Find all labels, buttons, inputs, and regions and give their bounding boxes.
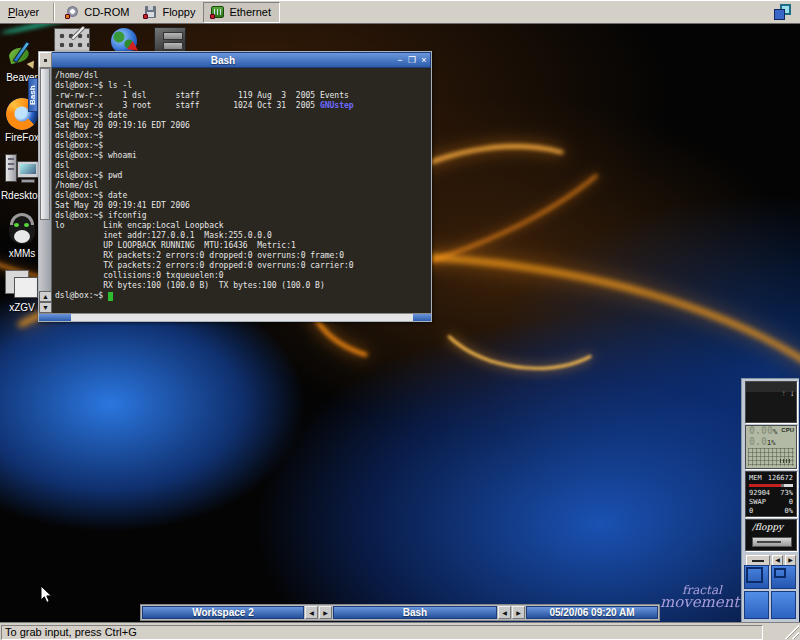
- mem-usage-bar: [749, 484, 793, 487]
- pager-window-outline: [774, 568, 786, 578]
- download-arrow-icon: ↓: [790, 389, 794, 398]
- cdrom-button-label: CD-ROM: [84, 6, 129, 18]
- scroll-up-button[interactable]: ▲: [39, 291, 52, 302]
- beaver-pen-icon: [7, 40, 37, 70]
- terminal-bottom-border[interactable]: [39, 313, 431, 321]
- swap-used: 0: [749, 507, 753, 516]
- cpu-graph-grid: [748, 448, 794, 466]
- xzgv-photo-icon: [5, 268, 39, 300]
- swap-total: 0: [789, 498, 793, 507]
- window-menu-button[interactable]: [39, 52, 52, 68]
- pager-workspace-2[interactable]: [771, 565, 796, 589]
- cpu-label: CPU: [781, 427, 794, 433]
- ethernet-button[interactable]: Ethernet: [203, 2, 280, 23]
- maximize-button[interactable]: ❐: [406, 53, 418, 67]
- status-message: To grab input, press Ctrl+G: [1, 625, 763, 640]
- memory-monitor-dockapp: MEM126672 9290473% SWAP0 00%: [745, 471, 797, 517]
- window-title: Bash: [52, 55, 394, 66]
- scrollbar-thumb[interactable]: [40, 68, 50, 220]
- mem-used: 92904: [749, 489, 770, 498]
- workspace-indicator[interactable]: Workspace 2: [142, 606, 304, 619]
- rdesktop-icon: [3, 154, 41, 188]
- resize-grip-right[interactable]: [413, 314, 431, 321]
- xmms-penguin-icon: [7, 214, 37, 246]
- vmware-statusbar: To grab input, press Ctrl+G: [0, 622, 800, 640]
- terminal-window: Bash − ❐ × ▲ ▼ /home/dsldsl@box:~$ ls -l…: [38, 51, 432, 322]
- wallpaper-signature: fractal movement: [660, 584, 739, 608]
- pager-workspace-4[interactable]: [771, 591, 796, 619]
- upload-arrow-icon: ↑: [782, 389, 786, 398]
- terminal-text[interactable]: /home/dsldsl@box:~$ ls -l-rw-rw-r-- 1 ds…: [52, 68, 431, 313]
- fullscreen-button[interactable]: [770, 2, 796, 23]
- next-workspace-button[interactable]: ▶: [319, 606, 332, 619]
- cpu-monitor-dockapp: CPU 0.00% 0.01%: [745, 425, 797, 469]
- floppy-drive-image: [752, 537, 792, 547]
- scroll-down-button[interactable]: ▼: [39, 302, 52, 313]
- mem-label: MEM: [749, 474, 762, 483]
- player-menu[interactable]: Player: [0, 4, 49, 21]
- pager-window-outline: [746, 567, 763, 583]
- fluxbox-toolbar: Workspace 2 ◀ ▶ Bash ◀ ▶ 05/20/06 09:20 …: [140, 604, 660, 621]
- window-resize-grip[interactable]: [783, 624, 799, 639]
- prev-window-button[interactable]: ◀: [498, 606, 511, 619]
- cdrom-icon: [65, 5, 80, 19]
- toolbar-separator: [53, 3, 55, 21]
- wallpaper-orange-arc: [423, 236, 628, 381]
- terminal-titlebar[interactable]: Bash − ❐ ×: [39, 52, 431, 68]
- window-side-tab[interactable]: Bash: [28, 78, 38, 112]
- taskbar-clock: 05/20/06 09:20 AM: [526, 606, 658, 619]
- floppy-mount-label: /floppy: [746, 520, 796, 532]
- mouse-cursor: [40, 585, 53, 604]
- taskbar-window-button[interactable]: Bash: [333, 606, 497, 619]
- net-monitor-dockapp: ↑ ↓: [745, 381, 797, 423]
- resize-grip-left[interactable]: [39, 314, 71, 321]
- swap-pct: 0%: [785, 507, 793, 516]
- mem-used-pct: 73%: [780, 489, 793, 498]
- mem-total: 126672: [768, 474, 793, 483]
- minimize-button[interactable]: −: [394, 53, 406, 67]
- vmware-toolbar: Player CD-ROM Floppy Ethernet: [0, 0, 800, 24]
- prev-workspace-button[interactable]: ◀: [305, 606, 318, 619]
- cdrom-button[interactable]: CD-ROM: [59, 2, 137, 23]
- floppy-button[interactable]: Floppy: [137, 2, 203, 23]
- terminal-scrollbar[interactable]: ▲ ▼: [39, 68, 52, 313]
- floppy-mount-dockapp: /floppy: [745, 519, 797, 551]
- ethernet-icon: [210, 5, 225, 19]
- swap-label: SWAP: [749, 498, 766, 507]
- ethernet-button-label: Ethernet: [229, 6, 271, 18]
- next-window-button[interactable]: ▶: [512, 606, 525, 619]
- workspace-pager: [744, 565, 798, 620]
- pager-workspace-1[interactable]: [744, 565, 769, 589]
- close-button[interactable]: ×: [418, 53, 430, 67]
- floppy-icon: [143, 5, 158, 19]
- floppy-button-label: Floppy: [162, 6, 195, 18]
- pager-workspace-3[interactable]: [744, 591, 769, 619]
